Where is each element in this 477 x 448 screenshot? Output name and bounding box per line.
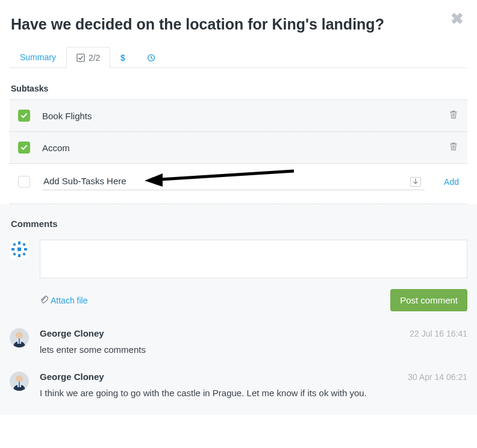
comment-item: George Cloney 30 Apr 14 06:21 I think we… (10, 372, 467, 398)
comments-section: Comments (0, 204, 477, 415)
svg-text:$: $ (120, 54, 125, 62)
comment-author: George Cloney (40, 328, 104, 338)
tab-budget[interactable]: $ (110, 48, 137, 67)
svg-rect-6 (18, 254, 20, 257)
tab-subtasks[interactable]: 2/2 (66, 47, 110, 68)
subtask-row: Book Flights (10, 100, 467, 132)
subtask-checkbox[interactable] (18, 110, 30, 122)
comment-date: 22 Jul 16 16:41 (410, 329, 467, 338)
svg-rect-9 (13, 243, 16, 246)
comment-text: I think we are going to go with the cast… (40, 388, 467, 398)
post-comment-button[interactable]: Post comment (390, 289, 467, 311)
svg-point-19 (16, 375, 23, 382)
tab-subtasks-label: 2/2 (89, 53, 100, 63)
subtask-add-link[interactable]: Add (444, 177, 459, 187)
svg-rect-21 (19, 382, 20, 387)
svg-point-15 (16, 332, 23, 339)
current-user-avatar (10, 240, 29, 259)
tab-summary-label: Summary (20, 52, 56, 62)
tab-bar: Summary 2/2 $ (10, 46, 467, 68)
subtask-label: Accom (42, 143, 70, 153)
subtask-checkbox[interactable] (18, 142, 30, 154)
tab-summary[interactable]: Summary (10, 46, 66, 67)
comment-date: 30 Apr 14 06:21 (408, 372, 467, 382)
subtask-label: Book Flights (42, 111, 92, 121)
tab-time[interactable] (137, 48, 166, 67)
trash-icon[interactable] (448, 108, 459, 123)
subtask-add-row: Add (10, 164, 467, 204)
comment-text: lets enter some comments (40, 344, 467, 355)
paperclip-icon (40, 295, 48, 305)
subtask-checkbox-empty[interactable] (18, 176, 30, 188)
subtask-add-input[interactable] (42, 173, 410, 190)
svg-rect-7 (11, 248, 14, 250)
comment-input[interactable] (40, 240, 467, 278)
svg-rect-0 (77, 54, 84, 61)
subtask-row: Accom (10, 132, 467, 164)
close-icon[interactable]: ✖ (450, 11, 464, 26)
subtasks-list: Book Flights Accom Add (10, 99, 467, 204)
attach-file-label: Attach file (51, 296, 87, 305)
svg-rect-8 (24, 248, 27, 250)
svg-rect-10 (22, 243, 26, 246)
attach-file-link[interactable]: Attach file (40, 295, 87, 305)
subtasks-heading: Subtasks (11, 84, 466, 93)
comment-compose: Attach file Post comment (10, 240, 467, 311)
svg-rect-5 (18, 241, 20, 244)
dollar-icon: $ (120, 54, 126, 62)
task-title: Have we decided on the location for King… (11, 16, 466, 33)
comment-item: George Cloney 22 Jul 16 16:41 lets enter… (10, 328, 467, 355)
clock-icon (147, 54, 155, 62)
comments-heading: Comments (11, 219, 466, 229)
keyboard-hint-icon (410, 177, 421, 187)
svg-rect-11 (13, 252, 16, 256)
svg-rect-17 (19, 338, 20, 344)
checklist-icon (76, 54, 85, 62)
trash-icon[interactable] (448, 140, 459, 155)
avatar (10, 328, 29, 347)
task-modal: ✖ Have we decided on the location for Ki… (0, 0, 477, 204)
comment-author: George Cloney (40, 372, 104, 382)
avatar (10, 372, 29, 391)
svg-rect-12 (22, 252, 26, 256)
svg-rect-13 (17, 247, 21, 251)
